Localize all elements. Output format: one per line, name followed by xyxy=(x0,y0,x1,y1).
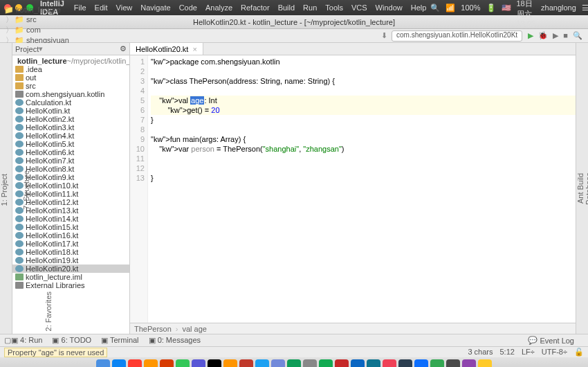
menu-window[interactable]: Window xyxy=(376,3,403,12)
tree-node[interactable]: HelloKotlin17.kt xyxy=(12,240,129,248)
spotlight-icon[interactable]: 🔍 xyxy=(430,3,440,12)
clock[interactable]: 11月18日 周六 13:05 xyxy=(517,0,536,28)
battery-status[interactable]: 100% xyxy=(461,3,480,12)
tree-node[interactable]: kotlin_lecture.iml xyxy=(12,273,129,281)
tool-window-button[interactable]: ▣ 6: TODO xyxy=(52,336,91,345)
line-number-gutter[interactable]: 12345678910111213 xyxy=(130,55,148,323)
nav-crumb[interactable]: 〉📁 src xyxy=(4,15,80,25)
dock-app[interactable] xyxy=(239,359,253,367)
breadcrumb-class[interactable]: ThePerson xyxy=(134,325,172,333)
dock-app[interactable] xyxy=(367,359,380,367)
menu-tools[interactable]: Tools xyxy=(325,3,343,12)
nav-crumb[interactable]: 📁 kotlin_lecture xyxy=(4,6,80,15)
dock-app[interactable] xyxy=(223,359,237,367)
tree-node[interactable]: HelloKotlin20.kt xyxy=(12,265,129,273)
tree-node[interactable]: HelloKotlin.kt xyxy=(12,107,129,115)
tree-node[interactable]: HelloKotlin16.kt xyxy=(12,231,129,240)
dock-app[interactable] xyxy=(351,359,365,367)
input-flag[interactable]: 🇺🇸 xyxy=(502,3,511,12)
run-config-selector[interactable]: com.shengsiyuan.kotlin.HelloKotlin20Kt xyxy=(392,30,522,42)
gear-icon[interactable]: ⚙ xyxy=(120,44,127,53)
tree-node[interactable]: External Libraries xyxy=(12,281,129,289)
status-line-sep[interactable]: LF÷ xyxy=(522,348,535,357)
dock-app[interactable] xyxy=(128,359,142,367)
menu-analyze[interactable]: Analyze xyxy=(205,3,232,12)
macos-dock[interactable] xyxy=(0,357,588,367)
dock-app[interactable] xyxy=(271,359,285,367)
menu-run[interactable]: Run xyxy=(303,3,317,12)
status-warning[interactable]: Property "age" is never used xyxy=(4,348,107,357)
tool-tab-database[interactable]: Database xyxy=(585,43,588,334)
tree-node[interactable]: HelloKotlin7.kt xyxy=(12,156,129,165)
dock-app[interactable] xyxy=(287,359,301,367)
dock-app[interactable] xyxy=(383,359,396,367)
menu-code[interactable]: Code xyxy=(179,3,197,12)
project-view-chevron-icon[interactable]: ▾ xyxy=(39,44,43,53)
nav-crumb[interactable]: 〉📁 com xyxy=(4,25,80,35)
run-coverage-button[interactable]: ▶ xyxy=(553,31,558,39)
tree-node[interactable]: HelloKotlin5.kt xyxy=(12,140,129,148)
dock-app[interactable] xyxy=(208,359,221,367)
breadcrumb-member[interactable]: val age xyxy=(182,325,206,333)
tool-tab-structure[interactable]: 7: Structure xyxy=(22,168,30,213)
menu-build[interactable]: Build xyxy=(278,3,295,12)
code-editor[interactable]: "kw">package com.shengsiyuan.kotlin"kw">… xyxy=(148,55,576,323)
tree-node[interactable]: HelloKotlin14.kt xyxy=(12,215,129,223)
dock-app[interactable] xyxy=(96,359,110,367)
tree-root[interactable]: kotlin_lecture ~/myproject/kotlin_lectur… xyxy=(12,57,129,65)
tree-node[interactable]: HelloKotlin2.kt xyxy=(12,115,129,123)
dock-app[interactable] xyxy=(303,359,317,367)
menu-refactor[interactable]: Refactor xyxy=(241,3,270,12)
tree-node[interactable]: src xyxy=(12,82,129,90)
tree-node[interactable]: HelloKotlin18.kt xyxy=(12,248,129,256)
project-pane-title[interactable]: Project xyxy=(15,45,39,53)
tool-window-button[interactable]: ▣ 0: Messages xyxy=(149,336,201,345)
event-log-button[interactable]: 💬 Event Log xyxy=(528,336,574,345)
notification-icon[interactable]: ☰ xyxy=(582,3,588,12)
user-name[interactable]: zhanglong xyxy=(541,3,576,12)
menu-help[interactable]: Help xyxy=(411,3,427,12)
close-tab-icon[interactable]: × xyxy=(192,45,196,53)
editor-tab[interactable]: HelloKotlin20.kt × xyxy=(130,43,203,55)
tool-tab-ant[interactable]: Ant Build xyxy=(576,43,585,334)
menu-view[interactable]: View xyxy=(116,3,133,12)
tool-window-toggle-icon[interactable]: ▢ xyxy=(4,336,11,345)
run-button[interactable]: ▶ xyxy=(528,31,533,39)
dock-app[interactable] xyxy=(414,359,428,367)
tree-node[interactable]: HelloKotlin6.kt xyxy=(12,148,129,156)
debug-button[interactable]: 🐞 xyxy=(538,31,548,39)
build-dropdown-icon[interactable]: ⬇ xyxy=(381,31,387,40)
dock-app[interactable] xyxy=(160,359,174,367)
tree-node[interactable]: .idea xyxy=(12,65,129,73)
dock-app[interactable] xyxy=(112,359,126,367)
menu-vcs[interactable]: VCS xyxy=(351,3,367,12)
tree-node[interactable]: HelloKotlin4.kt xyxy=(12,132,129,140)
tree-node[interactable]: HelloKotlin19.kt xyxy=(12,256,129,265)
stop-button[interactable]: ■ xyxy=(563,31,568,39)
dock-app[interactable] xyxy=(144,359,158,367)
tool-window-button[interactable]: ▣ Terminal xyxy=(101,336,138,345)
tool-tab-project[interactable]: 1: Project xyxy=(0,171,8,208)
dock-app[interactable] xyxy=(398,359,412,367)
tool-tab-favorites[interactable]: 2: Favorites xyxy=(44,289,53,334)
status-lock-icon[interactable]: 🔓 xyxy=(574,348,584,357)
status-caret-position[interactable]: 5:12 xyxy=(500,348,515,357)
tree-node[interactable]: Calculation.kt xyxy=(12,98,129,107)
dock-app[interactable] xyxy=(335,359,349,367)
tree-node[interactable]: HelloKotlin3.kt xyxy=(12,123,129,132)
dock-app[interactable] xyxy=(462,359,476,367)
dock-app[interactable] xyxy=(255,359,269,367)
menu-navigate[interactable]: Navigate xyxy=(140,3,170,12)
editor-breadcrumb[interactable]: ThePerson › val age xyxy=(130,323,576,334)
menu-edit[interactable]: Edit xyxy=(95,3,108,12)
dock-app[interactable] xyxy=(176,359,190,367)
tree-node[interactable]: out xyxy=(12,73,129,82)
dock-app[interactable] xyxy=(430,359,444,367)
search-everywhere-icon[interactable]: 🔍 xyxy=(573,31,582,39)
dock-app[interactable] xyxy=(478,359,492,367)
status-encoding[interactable]: UTF-8÷ xyxy=(542,348,567,357)
dock-app[interactable] xyxy=(319,359,333,367)
wifi-icon[interactable]: 📶 xyxy=(445,3,455,12)
tool-window-button[interactable]: ▣ 4: Run xyxy=(11,336,42,345)
dock-app[interactable] xyxy=(446,359,460,367)
